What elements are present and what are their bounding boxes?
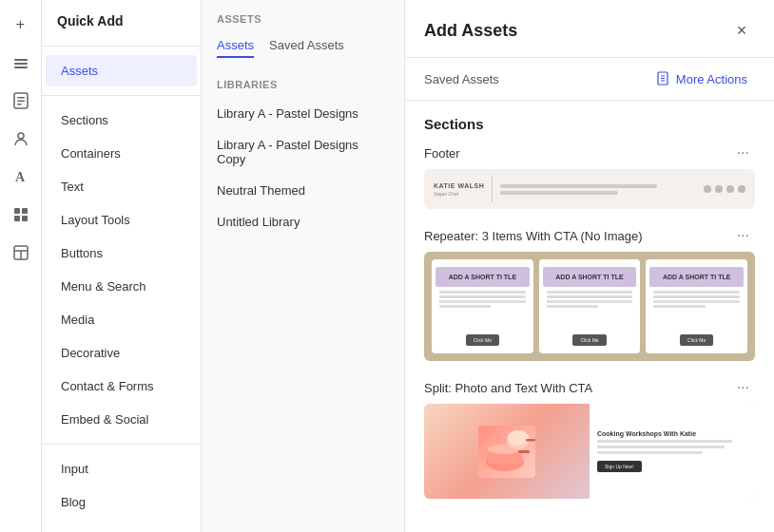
main-panel: Add Assets × Saved Assets More Actions S… [405, 0, 774, 532]
footer-preview-left: KATIE WALSH Vegan Chef [434, 182, 484, 197]
line [653, 305, 705, 308]
text-icon-btn[interactable]: A [4, 160, 38, 194]
nav-item-sections[interactable]: Sections [46, 104, 197, 136]
plus-icon-btn[interactable]: + [4, 8, 38, 42]
repeater-card-3-btn: Click Me [680, 334, 713, 346]
line [439, 305, 491, 308]
nav-item-layout-tools[interactable]: Layout Tools [46, 204, 197, 236]
svg-text:A: A [15, 170, 26, 184]
layers-icon-btn[interactable] [4, 46, 38, 80]
svg-rect-6 [17, 104, 22, 105]
close-button[interactable]: × [728, 17, 755, 44]
repeater-preview: ADD A SHORT TI TLE Click Me ADD A SHORT … [424, 252, 755, 361]
people-icon [12, 130, 29, 147]
nav-item-containers[interactable]: Containers [46, 138, 197, 169]
icon-bar: + A [0, 0, 42, 532]
svg-rect-9 [14, 208, 20, 214]
repeater-card-2-btn: Click Me [572, 334, 606, 346]
nav-divider-3 [42, 444, 201, 445]
nav-item-input[interactable]: Input [46, 453, 197, 484]
library-item-2[interactable]: Library A - Pastel Designs Copy [202, 129, 404, 175]
split-photo-side [424, 404, 590, 499]
split-text-side: Cooking Workshops With Katie Sign Up Now… [590, 404, 755, 499]
social-icon-1 [704, 185, 711, 193]
repeater-card-1: ADD A SHORT TI TLE Click Me [432, 259, 533, 353]
split-photo-image [478, 426, 535, 478]
nav-item-contact-forms[interactable]: Contact & Forms [46, 370, 197, 402]
line [439, 291, 526, 294]
footer-asset-name: Footer [424, 146, 460, 161]
footer-preview: KATIE WALSH Vegan Chef [424, 169, 755, 209]
tab-assets[interactable]: Assets [217, 34, 254, 58]
svg-rect-12 [22, 216, 28, 221]
footer-social-icons [704, 185, 745, 193]
nav-item-embed-social[interactable]: Embed & Social [46, 404, 197, 435]
nav-item-media[interactable]: Media [46, 304, 197, 335]
layers-icon [12, 54, 29, 71]
repeater-more-options[interactable]: ··· [731, 226, 755, 245]
sections-title: Sections [424, 116, 755, 132]
libraries-header: LIBRARIES [202, 69, 404, 98]
svg-rect-5 [17, 101, 25, 103]
svg-point-25 [508, 430, 529, 446]
table-icon-btn[interactable] [4, 236, 38, 270]
line [547, 291, 633, 294]
nav-item-decorative[interactable]: Decorative [46, 337, 197, 369]
nav-divider-2 [42, 95, 201, 96]
main-panel-header: Add Assets × [405, 0, 774, 58]
quick-add-label: Quick Add [42, 0, 201, 38]
assets-tabs: Assets Saved Assets [202, 34, 404, 69]
footer-line-2 [500, 191, 617, 195]
saved-assets-label: Saved Assets [424, 72, 499, 86]
text-icon: A [13, 168, 29, 185]
footer-more-options[interactable]: ··· [731, 143, 755, 162]
tab-saved-assets[interactable]: Saved Assets [269, 34, 344, 58]
asset-item-footer-header: Footer ··· [424, 143, 755, 162]
repeater-asset-name: Repeater: 3 Items With CTA (No Image) [424, 229, 643, 243]
footer-preview-divider [492, 176, 493, 202]
split-asset-name: Split: Photo and Text With CTA [424, 381, 592, 395]
people-icon-btn[interactable] [4, 122, 38, 156]
nav-item-buttons[interactable]: Buttons [46, 238, 197, 269]
svg-rect-11 [14, 216, 20, 221]
nav-item-blog[interactable]: Blog [46, 486, 197, 518]
nav-item-text[interactable]: Text [46, 171, 197, 202]
repeater-card-3-lines [649, 291, 744, 308]
nav-divider [42, 46, 201, 47]
middle-panel: ASSETS Assets Saved Assets LIBRARIES Lib… [202, 0, 405, 532]
repeater-card-2-lines [543, 291, 637, 308]
library-item-1[interactable]: Library A - Pastel Designs [202, 98, 404, 129]
svg-rect-2 [14, 66, 28, 68]
svg-point-7 [18, 133, 24, 139]
library-item-3[interactable]: Neutral Themed [202, 175, 404, 206]
assets-header: ASSETS [202, 0, 404, 34]
split-cta-button: Sign Up Now! [597, 461, 642, 472]
footer-sub-preview: Vegan Chef [434, 191, 484, 197]
nav-item-assets[interactable]: Assets [46, 55, 197, 86]
table-icon [12, 244, 29, 261]
svg-rect-4 [17, 97, 25, 99]
split-more-options[interactable]: ··· [731, 378, 755, 397]
more-actions-button[interactable]: More Actions [648, 67, 755, 90]
repeater-card-2-title: ADD A SHORT TI TLE [543, 267, 637, 287]
split-line-1 [597, 440, 732, 443]
svg-rect-23 [518, 450, 530, 453]
line [439, 300, 526, 303]
nav-item-menu-search[interactable]: Menu & Search [46, 271, 197, 302]
footer-name-preview: KATIE WALSH [434, 182, 484, 189]
repeater-card-3-title: ADD A SHORT TI TLE [649, 267, 744, 287]
content-area: Sections Footer ··· KATIE WALSH Vegan Ch… [405, 101, 774, 531]
library-item-4[interactable]: Untitled Library [202, 206, 404, 238]
repeater-card-1-title: ADD A SHORT TI TLE [435, 267, 530, 287]
page-icon-btn[interactable] [4, 84, 38, 118]
line [547, 300, 633, 303]
line [653, 300, 740, 303]
social-icon-4 [738, 185, 745, 193]
social-icon-3 [726, 185, 734, 193]
repeater-card-2: ADD A SHORT TI TLE Click Me [539, 259, 641, 353]
grid-icon-btn[interactable] [4, 198, 38, 232]
book-icon [656, 71, 671, 86]
line [547, 305, 598, 308]
split-line-3 [597, 451, 703, 454]
social-icon-2 [715, 185, 723, 193]
